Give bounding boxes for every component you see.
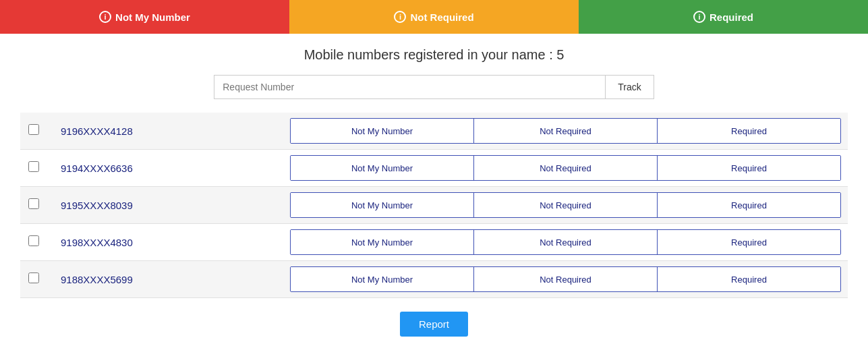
top-banner: i Not My Number i Not Required i Require… <box>0 0 868 34</box>
table-row: 9194XXXX6636Not My NumberNot RequiredReq… <box>20 150 848 187</box>
row-checkbox[interactable] <box>28 198 39 209</box>
not-my-number-btn[interactable]: Not My Number <box>291 156 474 180</box>
mobile-number: 9195XXXX8039 <box>47 187 283 224</box>
not-my-number-btn[interactable]: Not My Number <box>291 193 474 217</box>
numbers-table: 9196XXXX4128Not My NumberNot RequiredReq… <box>20 113 848 298</box>
row-checkbox[interactable] <box>28 161 39 172</box>
row-checkbox[interactable] <box>28 124 39 135</box>
not-my-number-btn[interactable]: Not My Number <box>291 119 474 143</box>
report-section: Report <box>20 312 848 337</box>
action-button-group: Not My NumberNot RequiredRequired <box>290 192 841 218</box>
main-content: Mobile numbers registered in your name :… <box>0 34 868 344</box>
mobile-number: 9194XXXX6636 <box>47 150 283 187</box>
action-cell: Not My NumberNot RequiredRequired <box>283 150 848 187</box>
table-row: 9188XXXX5699Not My NumberNot RequiredReq… <box>20 261 848 298</box>
required-btn[interactable]: Required <box>658 267 840 291</box>
action-cell: Not My NumberNot RequiredRequired <box>283 224 848 261</box>
not-required-btn[interactable]: Not Required <box>474 267 658 291</box>
action-cell: Not My NumberNot RequiredRequired <box>283 261 848 298</box>
required-btn[interactable]: Required <box>658 156 840 180</box>
not-my-number-btn[interactable]: Not My Number <box>291 230 474 254</box>
report-button[interactable]: Report <box>400 312 468 337</box>
banner-not-my-number: i Not My Number <box>0 0 289 34</box>
info-icon-orange: i <box>394 11 406 23</box>
page-title: Mobile numbers registered in your name :… <box>20 47 848 63</box>
not-required-btn[interactable]: Not Required <box>474 156 658 180</box>
action-button-group: Not My NumberNot RequiredRequired <box>290 155 841 181</box>
not-my-number-btn[interactable]: Not My Number <box>291 267 474 291</box>
banner-not-required: i Not Required <box>289 0 579 34</box>
required-btn[interactable]: Required <box>658 230 840 254</box>
track-button[interactable]: Track <box>605 75 654 99</box>
info-icon-green: i <box>693 11 705 23</box>
not-required-btn[interactable]: Not Required <box>474 193 658 217</box>
action-cell: Not My NumberNot RequiredRequired <box>283 187 848 224</box>
table-row: 9195XXXX8039Not My NumberNot RequiredReq… <box>20 187 848 224</box>
required-btn[interactable]: Required <box>658 119 840 143</box>
row-checkbox[interactable] <box>28 235 39 246</box>
search-bar: Track <box>20 75 848 99</box>
action-button-group: Not My NumberNot RequiredRequired <box>290 118 841 144</box>
banner-not-my-number-label: Not My Number <box>115 11 190 23</box>
not-required-btn[interactable]: Not Required <box>474 230 658 254</box>
banner-required-label: Required <box>710 11 753 23</box>
mobile-number: 9198XXXX4830 <box>47 224 283 261</box>
request-number-input[interactable] <box>214 75 605 99</box>
banner-required: i Required <box>579 0 868 34</box>
required-btn[interactable]: Required <box>658 193 840 217</box>
action-button-group: Not My NumberNot RequiredRequired <box>290 229 841 255</box>
mobile-number: 9188XXXX5699 <box>47 261 283 298</box>
mobile-number: 9196XXXX4128 <box>47 113 283 150</box>
row-checkbox[interactable] <box>28 273 39 283</box>
banner-not-required-label: Not Required <box>410 11 473 23</box>
table-row: 9198XXXX4830Not My NumberNot RequiredReq… <box>20 224 848 261</box>
info-icon-red: i <box>99 11 111 23</box>
table-row: 9196XXXX4128Not My NumberNot RequiredReq… <box>20 113 848 150</box>
action-cell: Not My NumberNot RequiredRequired <box>283 113 848 150</box>
action-button-group: Not My NumberNot RequiredRequired <box>290 266 841 292</box>
not-required-btn[interactable]: Not Required <box>474 119 658 143</box>
